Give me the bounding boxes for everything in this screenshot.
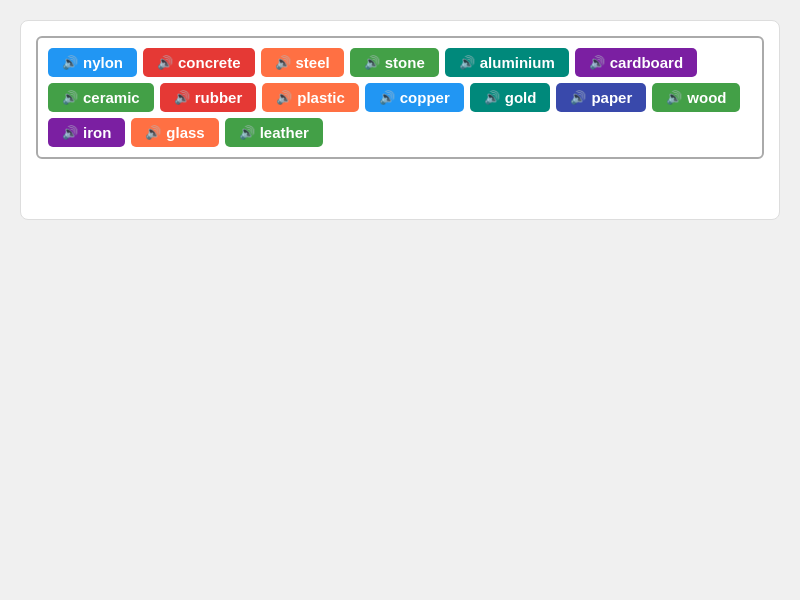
word-chip-gold[interactable]: 🔊gold xyxy=(470,83,551,112)
speaker-icon: 🔊 xyxy=(62,90,78,105)
word-chip-stone[interactable]: 🔊stone xyxy=(350,48,439,77)
word-label: iron xyxy=(83,124,111,141)
word-label: copper xyxy=(400,89,450,106)
word-label: glass xyxy=(166,124,204,141)
word-label: wood xyxy=(687,89,726,106)
word-label: steel xyxy=(296,54,330,71)
speaker-icon: 🔊 xyxy=(157,55,173,70)
speaker-icon: 🔊 xyxy=(276,90,292,105)
speaker-icon: 🔊 xyxy=(589,55,605,70)
speaker-icon: 🔊 xyxy=(62,125,78,140)
word-label: nylon xyxy=(83,54,123,71)
word-label: paper xyxy=(591,89,632,106)
word-chip-wood[interactable]: 🔊wood xyxy=(652,83,740,112)
word-chip-copper[interactable]: 🔊copper xyxy=(365,83,464,112)
words-section: 🔊nylon🔊concrete🔊steel🔊stone🔊aluminium🔊ca… xyxy=(36,36,764,159)
word-chip-cardboard[interactable]: 🔊cardboard xyxy=(575,48,697,77)
speaker-icon: 🔊 xyxy=(275,55,291,70)
speaker-icon: 🔊 xyxy=(459,55,475,70)
word-label: leather xyxy=(260,124,309,141)
word-chip-iron[interactable]: 🔊iron xyxy=(48,118,125,147)
word-chip-leather[interactable]: 🔊leather xyxy=(225,118,323,147)
word-label: aluminium xyxy=(480,54,555,71)
speaker-icon: 🔊 xyxy=(145,125,161,140)
word-label: rubber xyxy=(195,89,243,106)
word-chip-plastic[interactable]: 🔊plastic xyxy=(262,83,359,112)
word-chip-nylon[interactable]: 🔊nylon xyxy=(48,48,137,77)
word-label: cardboard xyxy=(610,54,683,71)
word-label: ceramic xyxy=(83,89,140,106)
speaker-icon: 🔊 xyxy=(174,90,190,105)
speaker-icon: 🔊 xyxy=(379,90,395,105)
word-label: plastic xyxy=(297,89,345,106)
word-label: gold xyxy=(505,89,537,106)
speaker-icon: 🔊 xyxy=(239,125,255,140)
word-chip-glass[interactable]: 🔊glass xyxy=(131,118,218,147)
word-chip-rubber[interactable]: 🔊rubber xyxy=(160,83,257,112)
speaker-icon: 🔊 xyxy=(364,55,380,70)
speaker-icon: 🔊 xyxy=(666,90,682,105)
main-container: 🔊nylon🔊concrete🔊steel🔊stone🔊aluminium🔊ca… xyxy=(20,20,780,220)
word-chip-paper[interactable]: 🔊paper xyxy=(556,83,646,112)
word-label: concrete xyxy=(178,54,241,71)
word-chip-aluminium[interactable]: 🔊aluminium xyxy=(445,48,569,77)
speaker-icon: 🔊 xyxy=(62,55,78,70)
word-chip-steel[interactable]: 🔊steel xyxy=(261,48,344,77)
word-label: stone xyxy=(385,54,425,71)
word-chip-concrete[interactable]: 🔊concrete xyxy=(143,48,255,77)
speaker-icon: 🔊 xyxy=(570,90,586,105)
speaker-icon: 🔊 xyxy=(484,90,500,105)
word-chip-ceramic[interactable]: 🔊ceramic xyxy=(48,83,154,112)
